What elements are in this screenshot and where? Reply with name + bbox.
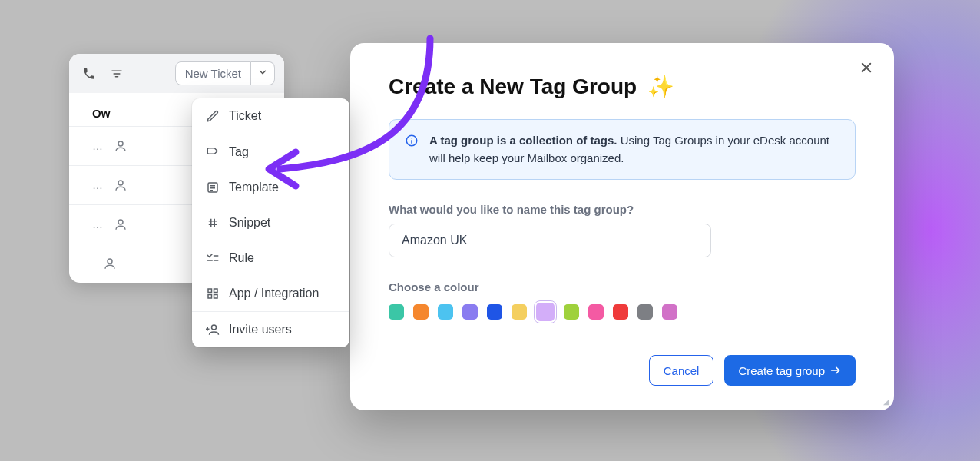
colour-field-label: Choose a colour (389, 280, 856, 294)
row-ellipsis: … (92, 140, 103, 152)
colour-swatch[interactable] (487, 304, 502, 320)
menu-item-invite[interactable]: Invite users (192, 311, 349, 347)
svg-point-5 (118, 220, 123, 224)
new-ticket-button[interactable]: New Ticket (175, 61, 251, 85)
new-ticket-split-button: New Ticket (175, 61, 275, 85)
menu-item-label: Template (229, 181, 279, 194)
colour-swatch[interactable] (637, 304, 653, 320)
menu-item-label: Tag (229, 145, 249, 159)
user-icon (103, 257, 117, 270)
menu-item-app[interactable]: App / Integration (192, 276, 349, 311)
create-tag-group-button[interactable]: Create tag group (724, 355, 856, 386)
info-box: A tag group is a collection of tags. Usi… (389, 119, 856, 180)
svg-rect-20 (208, 295, 212, 299)
create-menu: Ticket Tag Template Snippet Rule App / I… (192, 98, 349, 347)
name-field-label: What would you like to name this tag gro… (389, 203, 856, 216)
chevron-down-icon (257, 67, 268, 78)
hash-icon (206, 216, 220, 230)
modal-actions: Cancel Create tag group (389, 355, 856, 386)
colour-swatch[interactable] (462, 304, 478, 320)
user-icon (114, 217, 127, 231)
toolbar: New Ticket (69, 54, 284, 93)
filter-icon[interactable] (106, 63, 127, 85)
mailbox-panel: New Ticket Ow … … … Ticket (69, 54, 284, 283)
sparkle-icon: ✨ (647, 75, 674, 98)
menu-item-label: Rule (229, 251, 254, 265)
close-button[interactable] (856, 57, 877, 78)
tag-icon (206, 145, 220, 159)
template-icon (206, 181, 220, 194)
svg-point-4 (118, 181, 123, 185)
menu-item-rule[interactable]: Rule (192, 240, 349, 276)
menu-item-label: App / Integration (229, 287, 319, 300)
new-ticket-dropdown-button[interactable] (251, 61, 275, 85)
user-icon (114, 139, 127, 153)
invite-users-icon (206, 323, 220, 337)
colour-swatch[interactable] (413, 304, 429, 320)
svg-point-6 (108, 259, 112, 264)
row-ellipsis: … (92, 218, 103, 230)
modal-title: Create a New Tag Group ✨ (389, 74, 674, 99)
colour-swatch[interactable] (536, 303, 555, 321)
modal-title-text: Create a New Tag Group (389, 75, 637, 98)
menu-item-tag[interactable]: Tag (192, 134, 349, 170)
colour-swatch[interactable] (512, 304, 527, 320)
menu-item-ticket[interactable]: Ticket (192, 98, 349, 134)
colour-swatch[interactable] (613, 304, 628, 320)
tag-group-name-input[interactable] (389, 224, 711, 257)
submit-label: Create tag group (738, 364, 825, 377)
rule-icon (206, 251, 220, 265)
colour-swatch[interactable] (588, 304, 604, 320)
colour-swatch[interactable] (438, 304, 453, 320)
arrow-right-icon (829, 364, 842, 376)
menu-item-label: Invite users (229, 323, 292, 337)
pencil-icon (206, 109, 220, 123)
grid-icon (206, 287, 220, 300)
svg-point-22 (212, 325, 217, 330)
svg-rect-18 (208, 289, 212, 293)
row-ellipsis: … (92, 179, 103, 191)
user-icon (114, 178, 127, 192)
colour-swatches (389, 304, 856, 321)
cancel-button[interactable]: Cancel (649, 355, 714, 386)
svg-point-3 (118, 141, 123, 146)
svg-rect-21 (214, 295, 218, 299)
colour-swatch[interactable] (662, 304, 677, 320)
menu-item-template[interactable]: Template (192, 170, 349, 205)
close-icon (859, 61, 873, 75)
svg-rect-19 (214, 289, 218, 293)
phone-icon[interactable] (78, 63, 100, 85)
colour-swatch[interactable] (564, 304, 579, 320)
info-text: A tag group is a collection of tags. Usi… (429, 132, 839, 167)
info-bold: A tag group is a collection of tags. (429, 134, 617, 147)
info-icon (405, 134, 419, 148)
colour-swatch[interactable] (389, 304, 404, 320)
menu-item-label: Ticket (229, 109, 261, 123)
menu-item-label: Snippet (229, 216, 270, 230)
create-tag-group-modal: Create a New Tag Group ✨ A tag group is … (350, 43, 894, 410)
svg-point-29 (411, 138, 412, 139)
menu-item-snippet[interactable]: Snippet (192, 205, 349, 240)
resize-handle-icon: ◢ (883, 397, 889, 406)
